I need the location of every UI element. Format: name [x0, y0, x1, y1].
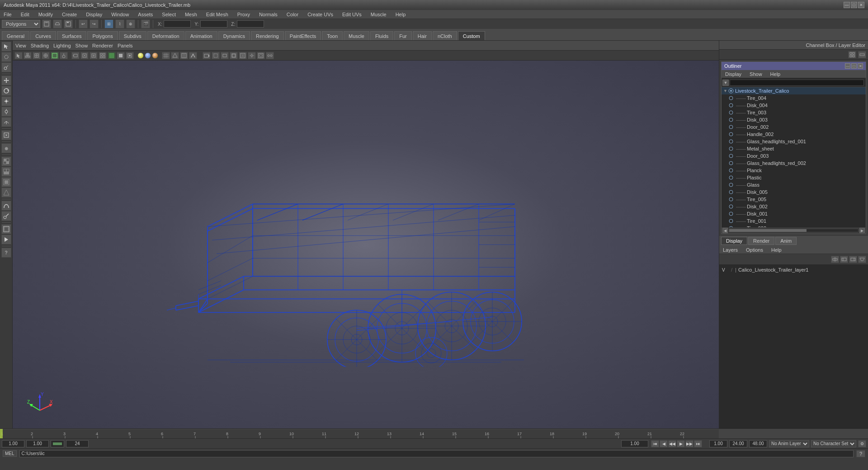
vp-transform[interactable]: [33, 52, 41, 59]
tab-ncloth[interactable]: nCloth: [433, 31, 457, 40]
layer-menu-options[interactable]: Options: [744, 247, 765, 253]
menu-assets[interactable]: Assets: [136, 11, 155, 18]
list-item[interactable]: • —— Disk_001: [722, 210, 866, 217]
tz-input[interactable]: [237, 20, 264, 28]
vp-menu-renderer[interactable]: Renderer: [92, 43, 113, 48]
tab-rendering[interactable]: Rendering: [251, 31, 284, 40]
rotate-tool[interactable]: [1, 86, 11, 96]
tab-hair[interactable]: Hair: [413, 31, 432, 40]
vp-light-sphere-2[interactable]: [145, 52, 151, 59]
vp-select-mode[interactable]: [14, 52, 23, 59]
layer-menu-help[interactable]: Help: [769, 247, 783, 253]
render-button[interactable]: 🎬: [141, 19, 150, 28]
tab-polygons[interactable]: Polygons: [87, 31, 118, 40]
menu-file[interactable]: File: [2, 11, 14, 18]
vp-cam-4[interactable]: [99, 52, 107, 59]
tab-toon[interactable]: Toon: [322, 31, 343, 40]
vp-display-mode[interactable]: [257, 52, 265, 59]
vp-safe-action[interactable]: [230, 52, 238, 59]
layer-item[interactable]: V / | Calico_Livestock_Trailer_layer1: [720, 266, 867, 274]
layer-tool-btn-1[interactable]: [831, 256, 839, 263]
start-time-input[interactable]: [2, 440, 24, 447]
list-item[interactable]: • —— Handle_002: [722, 131, 866, 138]
display-toggle-4[interactable]: [1, 188, 11, 197]
maximize-button[interactable]: □: [851, 2, 857, 8]
outliner-scroll-left[interactable]: ◀: [722, 228, 728, 233]
list-item[interactable]: • —— Metal_sheet: [722, 145, 866, 152]
current-time-input[interactable]: [26, 440, 49, 447]
help-button[interactable]: ?: [1, 248, 11, 258]
outliner-help-menu[interactable]: Help: [769, 71, 783, 77]
tab-animation[interactable]: Animation: [185, 31, 217, 40]
layer-tool-btn-4[interactable]: [858, 256, 866, 263]
list-item[interactable]: • —— Glass_headlights_red_001: [722, 138, 866, 145]
frame-num-input[interactable]: [66, 440, 89, 447]
menu-display[interactable]: Display: [84, 11, 104, 18]
vp-menu-lighting[interactable]: Lighting: [53, 43, 71, 48]
vp-light-sphere-3[interactable]: [152, 52, 158, 59]
vp-attr-toggle[interactable]: [42, 52, 50, 59]
tab-muscle[interactable]: Muscle: [344, 31, 369, 40]
status-help-button[interactable]: ?: [856, 450, 865, 457]
options-button[interactable]: ⚙: [858, 440, 866, 447]
open-scene-button[interactable]: [53, 19, 62, 28]
list-item[interactable]: • —— Disk_004: [722, 102, 866, 109]
layer-list[interactable]: V / | Calico_Livestock_Trailer_layer1: [719, 265, 868, 428]
ty-input[interactable]: [200, 20, 227, 28]
menu-create-uvs[interactable]: Create UVs: [306, 11, 335, 18]
soft-mod[interactable]: [1, 117, 11, 127]
right-panel-btn-1[interactable]: [848, 51, 856, 58]
outliner-scroll-right[interactable]: ▶: [859, 228, 865, 233]
close-button[interactable]: ✕: [858, 2, 864, 8]
list-item[interactable]: • —— Planck: [722, 167, 866, 174]
lasso-select[interactable]: [1, 52, 11, 62]
vp-display-2[interactable]: [117, 52, 125, 59]
tab-fluids[interactable]: Fluids: [370, 31, 393, 40]
outliner-display-menu[interactable]: Display: [723, 71, 743, 77]
menu-create[interactable]: Create: [60, 11, 79, 18]
list-item[interactable]: • —— Tire_003: [722, 109, 866, 116]
tab-custom[interactable]: Custom: [458, 31, 485, 40]
paint-select[interactable]: [1, 62, 11, 72]
play-back-button[interactable]: ◀◀: [668, 440, 676, 447]
range-max-input[interactable]: [749, 440, 767, 447]
scale-tool[interactable]: [1, 96, 11, 106]
tab-curves[interactable]: Curves: [30, 31, 56, 40]
mode-selector[interactable]: Polygons Surfaces Dynamics Rendering nDy…: [2, 20, 40, 28]
vp-grid-toggle[interactable]: [162, 52, 170, 59]
list-item[interactable]: • —— Tire_001: [722, 217, 866, 225]
select-tool[interactable]: [1, 42, 11, 52]
ipr-render[interactable]: [1, 235, 11, 244]
display-toggle-2[interactable]: [1, 167, 11, 177]
vp-bookmark[interactable]: [189, 52, 197, 59]
menu-normals[interactable]: Normals: [257, 11, 279, 18]
play-end-button[interactable]: ⏭: [694, 440, 702, 447]
timeline-ruler[interactable]: Generate ticks 1 2 3 4 5 6 7 8 9: [0, 429, 868, 438]
right-panel-btn-2[interactable]: [858, 51, 866, 58]
layer-tool-btn-2[interactable]: [840, 256, 848, 263]
menu-edit[interactable]: Edit: [19, 11, 31, 18]
vp-safe-title[interactable]: [239, 52, 247, 59]
save-scene-button[interactable]: [64, 19, 73, 28]
tab-dynamics[interactable]: Dynamics: [218, 31, 250, 40]
snap-grid-button[interactable]: ⊞: [104, 19, 113, 28]
anim-layer-select[interactable]: No Anim Layer: [769, 440, 809, 447]
minimize-button[interactable]: —: [844, 2, 850, 8]
menu-mesh[interactable]: Mesh: [183, 11, 199, 18]
vp-menu-panels[interactable]: Panels: [118, 43, 133, 48]
viewport[interactable]: .wire { stroke: #2244cc; stroke-width: 1…: [13, 61, 719, 428]
undo-button[interactable]: ↩: [79, 19, 88, 28]
menu-select[interactable]: Select: [160, 11, 178, 18]
outliner-expand-collapse[interactable]: ▼: [722, 80, 729, 86]
range-end-input[interactable]: [729, 440, 747, 447]
prev-frame-button[interactable]: ◀: [660, 440, 668, 447]
play-start-button[interactable]: ⏮: [651, 440, 659, 447]
tab-fur[interactable]: Fur: [394, 31, 412, 40]
list-item[interactable]: • —— Disk_003: [722, 116, 866, 123]
vp-display-1[interactable]: [108, 52, 116, 59]
snap-curve-button[interactable]: ⌇: [115, 19, 124, 28]
menu-edit-mesh[interactable]: Edit Mesh: [204, 11, 230, 18]
vp-camera-sel[interactable]: [203, 52, 211, 59]
list-item[interactable]: • —— Door_002: [722, 123, 866, 131]
tx-input[interactable]: [164, 20, 191, 28]
